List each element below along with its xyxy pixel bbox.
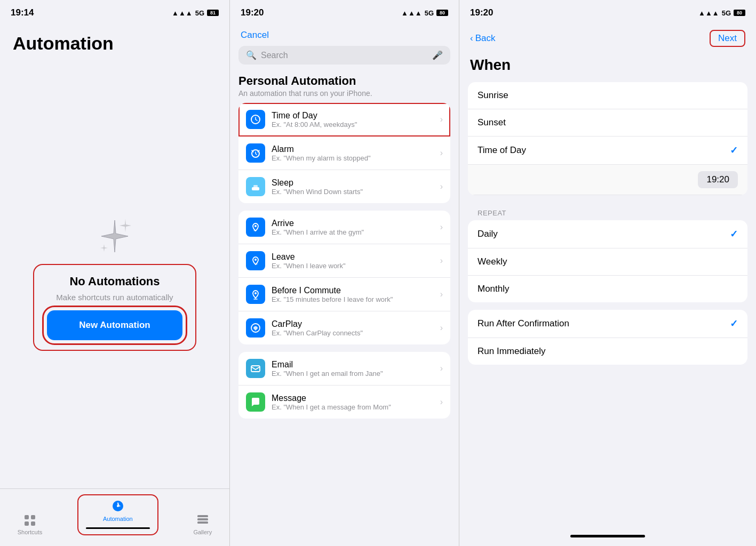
sunrise-label: Sunrise xyxy=(478,90,508,101)
svg-rect-11 xyxy=(252,187,259,190)
svg-rect-7 xyxy=(197,518,208,520)
when-item-sunrise[interactable]: Sunrise xyxy=(468,82,747,109)
time-of-day-title: Time of Day xyxy=(272,111,436,121)
repeat-item-monthly[interactable]: Monthly xyxy=(468,276,747,302)
repeat-item-weekly[interactable]: Weekly xyxy=(468,248,747,276)
list-item-commute[interactable]: Before I Commute Ex. "15 minutes before … xyxy=(238,278,450,311)
tab-shortcuts[interactable]: Shortcuts xyxy=(18,512,42,535)
message-icon xyxy=(246,392,265,412)
signal-icon-2: ▲▲▲ xyxy=(401,9,422,17)
commute-title: Before I Commute xyxy=(272,286,436,295)
message-sub: Ex. "When I get a message from Mom" xyxy=(272,403,436,411)
sparkle-icon xyxy=(93,215,136,258)
svg-rect-6 xyxy=(197,515,208,517)
run-item-after-confirmation[interactable]: Run After Confirmation ✓ xyxy=(468,310,747,338)
search-bar[interactable]: 🔍 Search 🎤 xyxy=(238,46,450,65)
chevron-left-icon: ‹ xyxy=(470,33,473,44)
sleep-icon xyxy=(246,177,265,196)
gallery-tab-label: Gallery xyxy=(193,529,212,535)
carplay-icon xyxy=(246,318,265,338)
automation-tab-label: Automation xyxy=(103,516,133,522)
list-item-message[interactable]: Message Ex. "When I get a message from M… xyxy=(238,386,450,419)
screen2: 19:20 ▲▲▲ 5G 80 Cancel 🔍 Search 🎤 Person… xyxy=(229,0,459,546)
sleep-title: Sleep xyxy=(272,178,436,188)
arrive-text: Arrive Ex. "When I arrive at the gym" xyxy=(272,219,436,236)
automation-list-group1: Time of Day Ex. "At 8:00 AM, weekdays" ›… xyxy=(238,103,450,203)
chevron-icon: › xyxy=(440,222,443,232)
battery-icon-3: 80 xyxy=(734,10,745,16)
tab-active-indicator xyxy=(86,527,150,529)
screen3-header: ‹ Back Next xyxy=(459,22,756,52)
commute-text: Before I Commute Ex. "15 minutes before … xyxy=(272,286,436,303)
screen2-header: Cancel xyxy=(230,22,459,46)
list-item-time-of-day[interactable]: Time of Day Ex. "At 8:00 AM, weekdays" › xyxy=(238,103,450,136)
svg-point-13 xyxy=(254,225,257,227)
time-of-day-icon xyxy=(246,110,265,129)
chevron-icon: › xyxy=(440,290,443,299)
leave-title: Leave xyxy=(272,252,436,262)
repeat-item-daily[interactable]: Daily ✓ xyxy=(468,220,747,248)
email-sub: Ex. "When I get an email from Jane" xyxy=(272,370,436,378)
time-picker-row: 19:20 xyxy=(468,165,747,195)
list-item-leave[interactable]: Leave Ex. "When I leave work" › xyxy=(238,244,450,278)
new-automation-button[interactable]: New Automation xyxy=(47,310,182,340)
status-bar-1: 19:14 ▲▲▲ 5G 81 xyxy=(0,0,229,22)
list-item-carplay[interactable]: CarPlay Ex. "When CarPlay connects" › xyxy=(238,311,450,344)
network-type-3: 5G xyxy=(722,9,731,17)
back-button[interactable]: ‹ Back xyxy=(470,33,495,44)
arrive-icon xyxy=(246,218,265,237)
back-label: Back xyxy=(475,33,496,44)
tab-automation[interactable]: Automation xyxy=(77,494,158,535)
list-item-arrive[interactable]: Arrive Ex. "When I arrive at the gym" › xyxy=(238,211,450,244)
network-type-1: 5G xyxy=(195,9,204,17)
personal-automation-header: Personal Automation xyxy=(238,74,450,88)
status-bar-2: 19:20 ▲▲▲ 5G 80 xyxy=(230,0,459,22)
mic-icon: 🎤 xyxy=(432,50,443,60)
list-item-sleep[interactable]: Sleep Ex. "When Wind Down starts" › xyxy=(238,170,450,203)
automation-list-group3: Email Ex. "When I get an email from Jane… xyxy=(238,352,450,419)
message-text: Message Ex. "When I get a message from M… xyxy=(272,394,436,411)
time-of-day-sub: Ex. "At 8:00 AM, weekdays" xyxy=(272,121,436,129)
daily-label: Daily xyxy=(478,229,498,239)
alarm-icon xyxy=(246,143,265,163)
alarm-text: Alarm Ex. "When my alarm is stopped" xyxy=(272,144,436,162)
run-after-label: Run After Confirmation xyxy=(478,318,569,329)
svg-rect-2 xyxy=(25,521,29,526)
screen3-scroll: Sunrise Sunset Time of Day ✓ 19:20 REPEA… xyxy=(459,82,756,529)
carplay-text: CarPlay Ex. "When CarPlay connects" xyxy=(272,319,436,337)
network-type-2: 5G xyxy=(425,9,434,17)
empty-state: No Automations Make shortcuts run automa… xyxy=(0,62,229,546)
cancel-button[interactable]: Cancel xyxy=(241,30,269,41)
chevron-icon: › xyxy=(440,148,443,158)
email-text: Email Ex. "When I get an email from Jane… xyxy=(272,360,436,378)
shortcuts-tab-icon xyxy=(22,512,37,527)
arrive-sub: Ex. "When I arrive at the gym" xyxy=(272,228,436,236)
home-indicator xyxy=(570,535,645,537)
svg-point-14 xyxy=(254,230,256,231)
sleep-sub: Ex. "When Wind Down starts" xyxy=(272,188,436,196)
carplay-title: CarPlay xyxy=(272,319,436,329)
sunset-label: Sunset xyxy=(478,117,506,128)
carplay-sub: Ex. "When CarPlay connects" xyxy=(272,329,436,337)
next-button[interactable]: Next xyxy=(710,30,745,47)
automation-tab-icon xyxy=(110,499,125,513)
when-title: When xyxy=(459,52,756,82)
when-item-sunset[interactable]: Sunset xyxy=(468,109,747,136)
chevron-icon: › xyxy=(440,256,443,266)
arrive-title: Arrive xyxy=(272,219,436,228)
screen2-scroll: Personal Automation An automation that r… xyxy=(230,71,459,546)
page-title-automation: Automation xyxy=(0,22,229,62)
status-bar-3: 19:20 ▲▲▲ 5G 80 xyxy=(459,0,756,22)
sleep-text: Sleep Ex. "When Wind Down starts" xyxy=(272,178,436,196)
run-item-immediately[interactable]: Run Immediately xyxy=(468,338,747,365)
svg-point-15 xyxy=(254,259,257,261)
signal-icon-3: ▲▲▲ xyxy=(698,9,719,17)
time-picker-value[interactable]: 19:20 xyxy=(698,171,738,188)
tab-gallery[interactable]: Gallery xyxy=(193,512,212,535)
tab-bar: Shortcuts Automation Gallery xyxy=(0,488,229,546)
chevron-icon: › xyxy=(440,182,443,191)
list-item-alarm[interactable]: Alarm Ex. "When my alarm is stopped" › xyxy=(238,136,450,170)
list-item-email[interactable]: Email Ex. "When I get an email from Jane… xyxy=(238,352,450,386)
when-item-time-of-day[interactable]: Time of Day ✓ xyxy=(468,136,747,165)
daily-check-icon: ✓ xyxy=(730,228,738,240)
